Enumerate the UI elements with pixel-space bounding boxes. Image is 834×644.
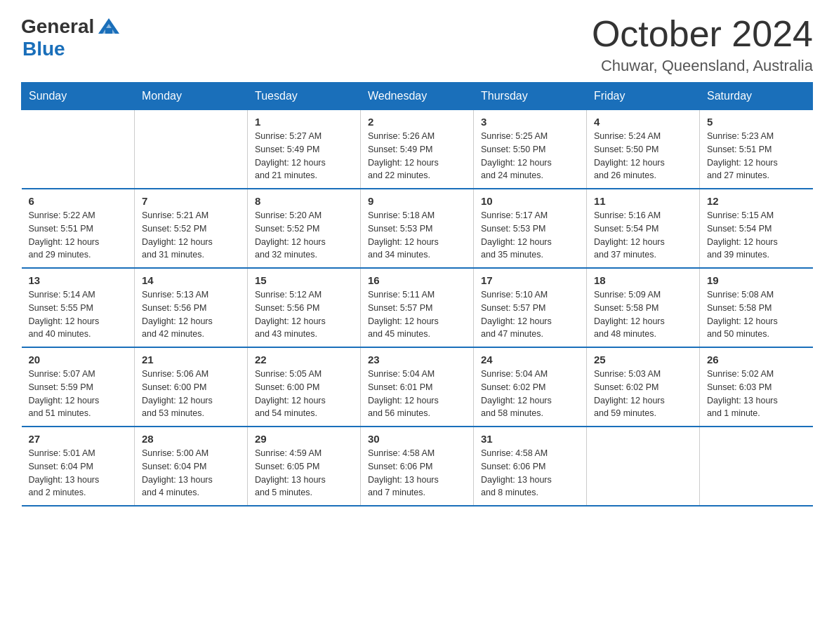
column-header-monday: Monday xyxy=(135,83,248,110)
day-number: 15 xyxy=(255,274,353,286)
day-info: Sunrise: 5:24 AMSunset: 5:50 PMDaylight:… xyxy=(594,130,692,182)
day-number: 26 xyxy=(707,354,806,365)
day-number: 18 xyxy=(594,274,692,286)
column-header-tuesday: Tuesday xyxy=(248,83,361,110)
day-cell xyxy=(135,110,248,189)
day-number: 8 xyxy=(255,195,353,207)
day-info: Sunrise: 5:20 AMSunset: 5:52 PMDaylight:… xyxy=(255,209,353,262)
day-info: Sunrise: 5:09 AMSunset: 5:58 PMDaylight:… xyxy=(594,288,692,341)
logo-text-blue: Blue xyxy=(22,39,65,59)
day-number: 29 xyxy=(255,433,353,445)
day-info: Sunrise: 5:00 AMSunset: 6:04 PMDaylight:… xyxy=(142,447,240,499)
day-cell: 25Sunrise: 5:03 AMSunset: 6:02 PMDayligh… xyxy=(587,347,700,427)
day-info: Sunrise: 4:58 AMSunset: 6:06 PMDaylight:… xyxy=(368,447,466,499)
day-cell: 20Sunrise: 5:07 AMSunset: 5:59 PMDayligh… xyxy=(22,347,135,427)
day-cell: 19Sunrise: 5:08 AMSunset: 5:58 PMDayligh… xyxy=(700,268,813,347)
day-cell: 12Sunrise: 5:15 AMSunset: 5:54 PMDayligh… xyxy=(700,189,813,268)
day-cell xyxy=(587,427,700,506)
day-cell: 10Sunrise: 5:17 AMSunset: 5:53 PMDayligh… xyxy=(474,189,587,268)
day-number: 4 xyxy=(594,116,692,128)
day-cell: 16Sunrise: 5:11 AMSunset: 5:57 PMDayligh… xyxy=(361,268,474,347)
page-header: General Blue October 2024 Chuwar, Queens… xyxy=(21,14,813,75)
day-cell: 30Sunrise: 4:58 AMSunset: 6:06 PMDayligh… xyxy=(361,427,474,506)
day-info: Sunrise: 5:07 AMSunset: 5:59 PMDaylight:… xyxy=(29,368,128,420)
day-info: Sunrise: 5:12 AMSunset: 5:56 PMDaylight:… xyxy=(255,288,353,341)
day-info: Sunrise: 5:06 AMSunset: 6:00 PMDaylight:… xyxy=(142,368,240,420)
day-info: Sunrise: 5:23 AMSunset: 5:51 PMDaylight:… xyxy=(707,130,806,182)
day-cell: 14Sunrise: 5:13 AMSunset: 5:56 PMDayligh… xyxy=(135,268,248,347)
day-info: Sunrise: 5:04 AMSunset: 6:02 PMDaylight:… xyxy=(481,368,579,420)
column-header-thursday: Thursday xyxy=(474,83,587,110)
day-info: Sunrise: 5:18 AMSunset: 5:53 PMDaylight:… xyxy=(368,209,466,262)
day-cell: 21Sunrise: 5:06 AMSunset: 6:00 PMDayligh… xyxy=(135,347,248,427)
day-number: 13 xyxy=(29,274,128,286)
day-info: Sunrise: 5:01 AMSunset: 6:04 PMDaylight:… xyxy=(29,447,128,499)
day-number: 6 xyxy=(29,195,128,207)
day-number: 19 xyxy=(707,274,806,286)
day-cell: 24Sunrise: 5:04 AMSunset: 6:02 PMDayligh… xyxy=(474,347,587,427)
day-cell: 1Sunrise: 5:27 AMSunset: 5:49 PMDaylight… xyxy=(248,110,361,189)
day-cell: 2Sunrise: 5:26 AMSunset: 5:49 PMDaylight… xyxy=(361,110,474,189)
day-number: 5 xyxy=(707,116,806,128)
day-info: Sunrise: 5:27 AMSunset: 5:49 PMDaylight:… xyxy=(255,130,353,182)
day-number: 16 xyxy=(368,274,466,286)
day-info: Sunrise: 5:21 AMSunset: 5:52 PMDaylight:… xyxy=(142,209,240,262)
day-info: Sunrise: 5:04 AMSunset: 6:01 PMDaylight:… xyxy=(368,368,466,420)
column-header-friday: Friday xyxy=(587,83,700,110)
day-cell: 13Sunrise: 5:14 AMSunset: 5:55 PMDayligh… xyxy=(22,268,135,347)
day-number: 30 xyxy=(368,433,466,445)
week-row-3: 13Sunrise: 5:14 AMSunset: 5:55 PMDayligh… xyxy=(22,268,813,347)
location: Chuwar, Queensland, Australia xyxy=(592,57,813,75)
calendar-header-row: SundayMondayTuesdayWednesdayThursdayFrid… xyxy=(22,83,813,110)
day-number: 11 xyxy=(594,195,692,207)
day-info: Sunrise: 5:02 AMSunset: 6:03 PMDaylight:… xyxy=(707,368,806,420)
day-info: Sunrise: 5:11 AMSunset: 5:57 PMDaylight:… xyxy=(368,288,466,341)
day-number: 10 xyxy=(481,195,579,207)
day-cell xyxy=(22,110,135,189)
day-number: 21 xyxy=(142,354,240,365)
day-number: 22 xyxy=(255,354,353,365)
day-number: 31 xyxy=(481,433,579,445)
day-number: 1 xyxy=(255,116,353,128)
column-header-wednesday: Wednesday xyxy=(361,83,474,110)
day-number: 2 xyxy=(368,116,466,128)
day-cell xyxy=(700,427,813,506)
logo: General Blue xyxy=(21,14,122,59)
day-cell: 26Sunrise: 5:02 AMSunset: 6:03 PMDayligh… xyxy=(700,347,813,427)
day-cell: 28Sunrise: 5:00 AMSunset: 6:04 PMDayligh… xyxy=(135,427,248,506)
week-row-1: 1Sunrise: 5:27 AMSunset: 5:49 PMDaylight… xyxy=(22,110,813,189)
day-cell: 27Sunrise: 5:01 AMSunset: 6:04 PMDayligh… xyxy=(22,427,135,506)
day-cell: 29Sunrise: 4:59 AMSunset: 6:05 PMDayligh… xyxy=(248,427,361,506)
week-row-2: 6Sunrise: 5:22 AMSunset: 5:51 PMDaylight… xyxy=(22,189,813,268)
svg-rect-2 xyxy=(105,28,112,34)
day-cell: 17Sunrise: 5:10 AMSunset: 5:57 PMDayligh… xyxy=(474,268,587,347)
day-number: 14 xyxy=(142,274,240,286)
day-cell: 18Sunrise: 5:09 AMSunset: 5:58 PMDayligh… xyxy=(587,268,700,347)
day-info: Sunrise: 5:13 AMSunset: 5:56 PMDaylight:… xyxy=(142,288,240,341)
day-cell: 5Sunrise: 5:23 AMSunset: 5:51 PMDaylight… xyxy=(700,110,813,189)
day-number: 7 xyxy=(142,195,240,207)
calendar-table: SundayMondayTuesdayWednesdayThursdayFrid… xyxy=(21,82,813,507)
day-cell: 31Sunrise: 4:58 AMSunset: 6:06 PMDayligh… xyxy=(474,427,587,506)
day-cell: 23Sunrise: 5:04 AMSunset: 6:01 PMDayligh… xyxy=(361,347,474,427)
day-number: 28 xyxy=(142,433,240,445)
week-row-4: 20Sunrise: 5:07 AMSunset: 5:59 PMDayligh… xyxy=(22,347,813,427)
day-cell: 11Sunrise: 5:16 AMSunset: 5:54 PMDayligh… xyxy=(587,189,700,268)
day-info: Sunrise: 5:05 AMSunset: 6:00 PMDaylight:… xyxy=(255,368,353,420)
day-cell: 3Sunrise: 5:25 AMSunset: 5:50 PMDaylight… xyxy=(474,110,587,189)
month-title: October 2024 xyxy=(592,14,813,54)
day-number: 24 xyxy=(481,354,579,365)
day-number: 17 xyxy=(481,274,579,286)
day-info: Sunrise: 5:10 AMSunset: 5:57 PMDaylight:… xyxy=(481,288,579,341)
day-number: 23 xyxy=(368,354,466,365)
day-cell: 8Sunrise: 5:20 AMSunset: 5:52 PMDaylight… xyxy=(248,189,361,268)
day-cell: 9Sunrise: 5:18 AMSunset: 5:53 PMDaylight… xyxy=(361,189,474,268)
day-number: 20 xyxy=(29,354,128,365)
week-row-5: 27Sunrise: 5:01 AMSunset: 6:04 PMDayligh… xyxy=(22,427,813,506)
day-info: Sunrise: 5:08 AMSunset: 5:58 PMDaylight:… xyxy=(707,288,806,341)
day-info: Sunrise: 4:58 AMSunset: 6:06 PMDaylight:… xyxy=(481,447,579,499)
logo-icon xyxy=(95,14,122,39)
day-number: 27 xyxy=(29,433,128,445)
day-cell: 22Sunrise: 5:05 AMSunset: 6:00 PMDayligh… xyxy=(248,347,361,427)
day-cell: 4Sunrise: 5:24 AMSunset: 5:50 PMDaylight… xyxy=(587,110,700,189)
